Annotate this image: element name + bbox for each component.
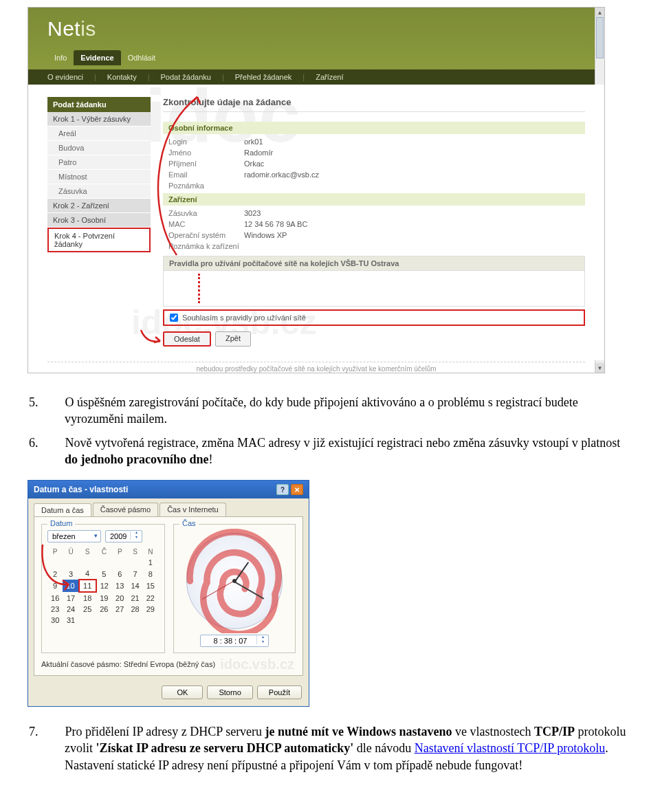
cal-day[interactable] bbox=[143, 615, 158, 626]
date-legend: Datum bbox=[47, 519, 75, 527]
sidebar-budova[interactable]: Budova bbox=[47, 141, 151, 155]
cal-day[interactable]: 19 bbox=[96, 592, 113, 604]
close-icon[interactable]: ✕ bbox=[291, 484, 303, 495]
tab-timezone[interactable]: Časové pásmo bbox=[93, 503, 158, 516]
cal-day[interactable]: 27 bbox=[112, 604, 127, 615]
cal-day[interactable]: 17 bbox=[63, 592, 79, 604]
tab-datetime[interactable]: Datum a čas bbox=[34, 503, 91, 517]
apply-button[interactable]: Použít bbox=[257, 685, 302, 699]
cal-day[interactable] bbox=[112, 557, 127, 568]
sidebar-step-2[interactable]: Krok 2 - Zařízení bbox=[47, 199, 151, 213]
cal-day[interactable]: 2 bbox=[47, 568, 63, 580]
time-spinner[interactable]: 8 : 38 : 07 bbox=[200, 635, 269, 647]
sidebar-zasuvka[interactable]: Zásuvka bbox=[47, 184, 151, 199]
ok-button[interactable]: OK bbox=[162, 685, 203, 699]
scroll-up-icon[interactable]: ▲ bbox=[595, 8, 604, 17]
app-header: Netis Info Evidence Odhlásit bbox=[28, 8, 604, 69]
cal-day[interactable]: 4 bbox=[79, 568, 96, 580]
agree-row[interactable]: Souhlasím s pravidly pro užívání sítě bbox=[163, 309, 585, 326]
subnav-contacts[interactable]: Kontakty bbox=[107, 73, 137, 81]
agree-label: Souhlasím s pravidly pro užívání sítě bbox=[182, 314, 306, 322]
scroll-thumb[interactable] bbox=[596, 17, 604, 58]
cal-day[interactable]: 25 bbox=[79, 604, 96, 615]
cal-day[interactable]: 15 bbox=[143, 580, 158, 592]
cal-day[interactable]: 5 bbox=[96, 568, 113, 580]
cal-day[interactable]: 30 bbox=[47, 615, 63, 626]
cal-day[interactable] bbox=[47, 557, 63, 568]
agree-checkbox[interactable] bbox=[170, 314, 178, 322]
cal-day[interactable] bbox=[63, 557, 79, 568]
tcpip-settings-link[interactable]: Nastavení vlastností TCP/IP protokolu bbox=[415, 741, 606, 755]
dow: S bbox=[79, 547, 96, 557]
time-group: Čas 8 : 38 : 07 bbox=[173, 524, 296, 653]
subnav-list[interactable]: Přehled žádanek bbox=[235, 73, 292, 81]
value-prijmeni: Orkac bbox=[244, 160, 264, 168]
cal-day[interactable]: 16 bbox=[47, 592, 63, 604]
cal-day[interactable]: 23 bbox=[47, 604, 63, 615]
cal-day[interactable]: 7 bbox=[127, 568, 142, 580]
rules-textbox[interactable] bbox=[163, 271, 585, 307]
cal-day[interactable]: 21 bbox=[127, 592, 142, 604]
tab-internet-time[interactable]: Čas v Internetu bbox=[160, 503, 226, 516]
app-logo: Netis bbox=[47, 17, 585, 41]
cal-day-highlight[interactable]: 11 bbox=[79, 580, 96, 592]
cal-day[interactable]: 1 bbox=[143, 557, 158, 568]
row-pozzar: Poznámka k zařízení bbox=[163, 241, 585, 252]
label-jmeno: Jméno bbox=[168, 149, 244, 157]
cal-day[interactable]: 13 bbox=[112, 580, 127, 592]
cal-day[interactable]: 28 bbox=[127, 604, 142, 615]
cal-day-selected[interactable]: 10 bbox=[63, 580, 79, 592]
cal-day[interactable]: 20 bbox=[112, 592, 127, 604]
cal-day[interactable] bbox=[127, 557, 142, 568]
cal-day[interactable] bbox=[79, 615, 96, 626]
sidebar-areal[interactable]: Areál bbox=[47, 127, 151, 141]
item-bold: TCP/IP bbox=[534, 725, 575, 738]
group-device: Zařízení bbox=[163, 193, 585, 206]
tab-info[interactable]: Info bbox=[47, 50, 74, 65]
subnav-devices[interactable]: Zařízení bbox=[316, 73, 343, 81]
subnav-about[interactable]: O evidenci bbox=[47, 73, 83, 81]
row-zasuvka: Zásuvka3023 bbox=[163, 208, 585, 219]
cal-day[interactable] bbox=[112, 615, 127, 626]
cal-day[interactable] bbox=[96, 615, 113, 626]
cancel-button[interactable]: Storno bbox=[207, 685, 252, 699]
scroll-down-icon[interactable]: ▼ bbox=[595, 363, 604, 373]
sidebar-step-1[interactable]: Krok 1 - Výběr zásuvky bbox=[47, 112, 151, 127]
doc-list-2: 7. Pro přidělení IP adresy z DHCP server… bbox=[47, 723, 632, 773]
tz-value: Střední Evropa (běžný čas) bbox=[124, 660, 215, 668]
cal-day[interactable]: 29 bbox=[143, 604, 158, 615]
calendar[interactable]: P Ú S Č P S N 1 bbox=[47, 547, 159, 626]
year-spinner[interactable]: 2009 bbox=[105, 530, 142, 542]
label-login: Login bbox=[168, 138, 244, 146]
item-bold: 'Získat IP adresu ze serveru DHCP automa… bbox=[96, 741, 354, 755]
cal-day[interactable]: 18 bbox=[79, 592, 96, 604]
sidebar-patro[interactable]: Patro bbox=[47, 155, 151, 170]
cal-day[interactable] bbox=[79, 557, 96, 568]
cal-day[interactable]: 8 bbox=[143, 568, 158, 580]
dialog-titlebar[interactable]: Datum a čas - vlastnosti ? ✕ bbox=[28, 481, 309, 498]
cal-day[interactable]: 6 bbox=[112, 568, 127, 580]
cal-day[interactable]: 22 bbox=[143, 592, 158, 604]
month-combo[interactable]: březen bbox=[47, 530, 101, 542]
sidebar-step-3[interactable]: Krok 3 - Osobní bbox=[47, 213, 151, 228]
sidebar-step-4[interactable]: Krok 4 - Potvrzení žádanky bbox=[47, 228, 151, 252]
cal-day[interactable]: 12 bbox=[96, 580, 113, 592]
back-button[interactable]: Zpět bbox=[215, 331, 251, 347]
cal-day[interactable]: 31 bbox=[63, 615, 79, 626]
cal-day[interactable]: 24 bbox=[63, 604, 79, 615]
tab-logout[interactable]: Odhlásit bbox=[121, 50, 162, 65]
sidebar-mistnost[interactable]: Místnost bbox=[47, 170, 151, 184]
subnav-submit[interactable]: Podat žádanku bbox=[161, 73, 211, 81]
cal-day[interactable]: 9 bbox=[47, 580, 63, 592]
cal-day[interactable] bbox=[127, 615, 142, 626]
cal-day[interactable]: 3 bbox=[63, 568, 79, 580]
help-icon[interactable]: ? bbox=[276, 484, 289, 495]
item-text: ve vlastnostech bbox=[455, 725, 534, 738]
cal-day[interactable]: 26 bbox=[96, 604, 113, 615]
cal-day[interactable] bbox=[96, 557, 113, 568]
main-nav: Info Evidence Odhlásit bbox=[47, 50, 585, 65]
cal-day[interactable]: 14 bbox=[127, 580, 142, 592]
logo-main: Net bbox=[47, 17, 80, 40]
submit-button[interactable]: Odeslat bbox=[163, 331, 211, 347]
tab-evidence[interactable]: Evidence bbox=[74, 50, 120, 65]
